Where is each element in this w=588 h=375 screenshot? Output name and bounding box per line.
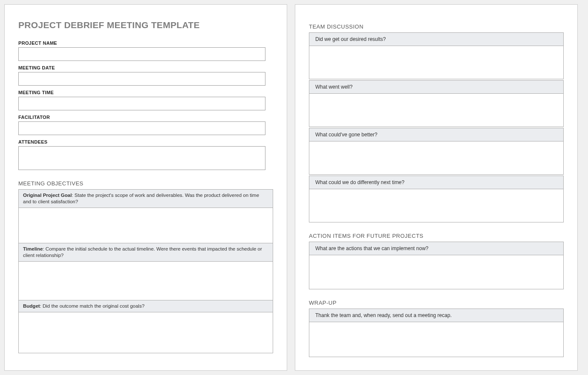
meeting-objectives-heading: MEETING OBJECTIVES [18, 180, 273, 187]
meeting-time-input[interactable] [18, 97, 265, 110]
objective-timeline-bold: Timeline [23, 246, 43, 251]
attendees-input[interactable] [18, 146, 265, 170]
meta-fields: PROJECT NAME MEETING DATE MEETING TIME F… [18, 40, 265, 172]
facilitator-input[interactable] [18, 121, 265, 135]
discussion-q4-block: What could we do differently next time? [309, 176, 564, 222]
objective-goal-bold: Original Project Goal [23, 193, 72, 198]
wrapup-q1-input[interactable] [309, 322, 564, 357]
objective-budget-rest: : Did the outcome match the original cos… [40, 303, 144, 309]
action-q1-block: What are the actions that we can impleme… [309, 242, 564, 289]
field-meeting-time: MEETING TIME [18, 90, 265, 110]
action-q1-header: What are the actions that we can impleme… [309, 242, 564, 255]
objective-budget-bold: Budget [23, 303, 40, 309]
discussion-q3-header: What could've gone better? [309, 128, 564, 141]
action-items-heading: ACTION ITEMS FOR FUTURE PROJECTS [309, 233, 564, 239]
objective-budget-header: Budget: Did the outcome match the origin… [19, 300, 273, 312]
facilitator-label: FACILITATOR [18, 115, 265, 120]
discussion-q2-block: What went well? [309, 80, 564, 127]
objective-timeline-input[interactable] [19, 262, 273, 300]
objective-budget-input[interactable] [19, 312, 273, 353]
objective-budget-block: Budget: Did the outcome match the origin… [18, 300, 273, 353]
discussion-q1-input[interactable] [309, 46, 564, 79]
objective-timeline-header: Timeline: Compare the initial schedule t… [19, 243, 273, 262]
discussion-q2-header: What went well? [309, 80, 564, 94]
discussion-q3-input[interactable] [309, 141, 564, 175]
discussion-q1-header: Did we get our desired results? [309, 32, 564, 46]
attendees-label: ATTENDEES [18, 139, 265, 144]
field-facilitator: FACILITATOR [18, 115, 265, 135]
field-project-name: PROJECT NAME [18, 40, 265, 61]
discussion-q2-input[interactable] [309, 94, 564, 127]
page-title: PROJECT DEBRIEF MEETING TEMPLATE [18, 20, 273, 30]
discussion-q1-block: Did we get our desired results? [309, 32, 564, 79]
page-left: PROJECT DEBRIEF MEETING TEMPLATE PROJECT… [4, 4, 287, 371]
field-attendees: ATTENDEES [18, 139, 265, 172]
meeting-time-label: MEETING TIME [18, 90, 265, 95]
wrapup-q1-header: Thank the team and, when ready, send out… [309, 309, 564, 322]
objective-goal-block: Original Project Goal: State the project… [18, 189, 273, 243]
discussion-q4-header: What could we do differently next time? [309, 176, 564, 189]
meeting-date-input[interactable] [18, 72, 265, 86]
project-name-label: PROJECT NAME [18, 40, 265, 46]
action-q1-input[interactable] [309, 255, 564, 289]
team-discussion-heading: TEAM DISCUSSION [309, 23, 564, 30]
wrapup-heading: WRAP-UP [309, 300, 564, 306]
discussion-q3-block: What could've gone better? [309, 128, 564, 175]
discussion-q4-input[interactable] [309, 189, 564, 222]
page-right: TEAM DISCUSSION Did we get our desired r… [295, 4, 578, 371]
project-name-input[interactable] [18, 47, 265, 61]
meeting-date-label: MEETING DATE [18, 65, 265, 70]
field-meeting-date: MEETING DATE [18, 65, 265, 86]
objective-timeline-block: Timeline: Compare the initial schedule t… [18, 243, 273, 300]
objective-goal-header: Original Project Goal: State the project… [19, 190, 273, 208]
objective-goal-input[interactable] [19, 208, 273, 243]
objective-timeline-rest: : Compare the initial schedule to the ac… [23, 246, 262, 258]
wrapup-q1-block: Thank the team and, when ready, send out… [309, 309, 564, 357]
pages-container: PROJECT DEBRIEF MEETING TEMPLATE PROJECT… [4, 4, 584, 371]
